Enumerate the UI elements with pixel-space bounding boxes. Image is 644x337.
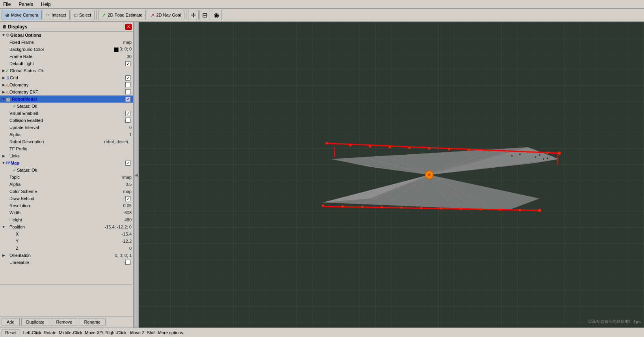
duplicate-button[interactable]: Duplicate	[21, 318, 50, 326]
bottom-buttons: Add Duplicate Remove Rename	[0, 316, 133, 328]
update-interval-row[interactable]: Update Interval 0	[0, 124, 133, 131]
position-x-row[interactable]: X -15.4	[0, 230, 133, 238]
default-light-label: Default Light	[9, 61, 125, 66]
robot-model-row[interactable]: ▼ 🤖 RobotModel	[0, 95, 133, 103]
interact-button[interactable]: ☞ Interact	[43, 10, 70, 20]
global-status-row[interactable]: ▶ ✓ Global Status: Ok	[0, 67, 133, 74]
reset-button[interactable]: Reset	[2, 329, 20, 336]
odometry-ekf-row[interactable]: ▶ △ Odometry EKF	[0, 88, 133, 95]
robot-status-row[interactable]: ✓ Status: Ok	[0, 103, 133, 110]
svg-point-29	[499, 208, 501, 211]
robot-model-arrow: ▼	[2, 97, 6, 101]
odometry-ekf-label: Odometry EKF	[9, 90, 125, 94]
visual-enabled-value	[125, 111, 132, 116]
add-button[interactable]: Add	[2, 318, 20, 326]
map-row[interactable]: ▼ 🗺 Map	[0, 159, 133, 167]
rename-button[interactable]: Rename	[79, 318, 106, 326]
collision-enabled-checkbox[interactable]	[125, 118, 130, 123]
viewport[interactable]: 31 fps CSDN·@奋斗的好青年	[139, 22, 644, 328]
global-options-header[interactable]: ▼ ⚙ Global Options	[0, 32, 133, 39]
rotate-button[interactable]: ◉	[211, 10, 222, 20]
position-y-row[interactable]: Y -12.2	[0, 238, 133, 245]
grid-row[interactable]: ▶ ⊞ Grid	[0, 74, 133, 81]
resolution-label: Resolution	[9, 203, 123, 208]
svg-point-17	[546, 152, 549, 154]
svg-point-51	[551, 154, 552, 155]
draw-behind-checkbox[interactable]	[125, 196, 130, 201]
alpha-map-row[interactable]: Alpha 0.5	[0, 181, 133, 188]
odometry-ekf-checkbox[interactable]	[125, 89, 130, 94]
svg-point-9	[389, 146, 391, 148]
map-status-check-icon: ✓	[13, 168, 16, 173]
svg-point-25	[420, 207, 423, 209]
translate-button[interactable]: ✛	[188, 10, 199, 20]
scale-button[interactable]: ⊟	[199, 10, 210, 20]
grid-checkbox[interactable]	[125, 75, 130, 81]
default-light-checkbox[interactable]	[125, 61, 130, 66]
draw-behind-row[interactable]: Draw Behind	[0, 195, 133, 202]
menu-bar: File Panels Help	[0, 0, 644, 9]
status-message: Left-Click: Rotate. Middle-Click: Move X…	[23, 330, 184, 335]
move-camera-label: Move Camera	[11, 13, 38, 17]
height-label: Height	[9, 217, 125, 222]
left-panel: 🖥 Displays ✕ ▼ ⚙ Global Options Fixed Fr…	[0, 22, 134, 328]
select-button[interactable]: ◻ Select	[71, 10, 95, 20]
displays-tree[interactable]: ▼ ⚙ Global Options Fixed Frame map Backg…	[0, 32, 133, 285]
panel-close-button[interactable]: ✕	[125, 24, 132, 30]
odometry-ekf-arrow: ▶	[2, 90, 6, 94]
visual-enabled-checkbox[interactable]	[125, 111, 130, 116]
alpha-robot-row[interactable]: Alpha 1	[0, 131, 133, 138]
color-scheme-value: map	[123, 189, 132, 194]
map-status-row[interactable]: ✓ Status: Ok	[0, 167, 133, 174]
odometry-label: Odometry	[9, 82, 125, 87]
menu-file[interactable]: File	[2, 2, 12, 7]
tf-prefix-row[interactable]: TF Prefix	[0, 145, 133, 152]
collision-enabled-value	[125, 118, 132, 124]
menu-panels[interactable]: Panels	[17, 2, 35, 7]
odometry-row[interactable]: ▶ △ Odometry	[0, 81, 133, 88]
menu-help[interactable]: Help	[39, 2, 52, 7]
links-row[interactable]: ▶ Links	[0, 152, 133, 159]
robot-model-checkbox[interactable]	[125, 97, 130, 102]
robot-model-icon: 🤖	[6, 97, 11, 102]
alpha-robot-label: Alpha	[9, 132, 129, 137]
background-color-row[interactable]: Background Color 0; 0; 0	[0, 46, 133, 53]
color-scheme-row[interactable]: Color Scheme map	[0, 188, 133, 195]
svg-point-50	[547, 157, 548, 159]
nav-goal-button[interactable]: ↗ 2D Nav Goal	[147, 10, 184, 20]
resolution-row[interactable]: Resolution 0.05	[0, 202, 133, 209]
collision-enabled-row[interactable]: Collision Enabled	[0, 117, 133, 124]
background-color-label: Background Color	[9, 47, 114, 52]
move-camera-button[interactable]: ⊕ Move Camera	[2, 10, 42, 20]
unreliable-row[interactable]: Unreliable	[0, 259, 133, 266]
orientation-label: Orientation	[9, 253, 115, 258]
position-z-value: 0	[129, 246, 132, 251]
unreliable-checkbox[interactable]	[125, 260, 130, 265]
position-z-row[interactable]: Z 0	[0, 245, 133, 252]
orientation-row[interactable]: ▶ Orientation 0; 0; 0; 1	[0, 252, 133, 259]
remove-button[interactable]: Remove	[51, 318, 77, 326]
tf-prefix-label: TF Prefix	[9, 146, 132, 151]
frame-rate-value: 30	[127, 54, 132, 59]
width-row[interactable]: Width 608	[0, 209, 133, 216]
alpha-map-label: Alpha	[9, 182, 126, 187]
toolbar-sep-2	[186, 10, 186, 20]
robot-description-row[interactable]: Robot Description robot_descri...	[0, 138, 133, 145]
default-light-row[interactable]: Default Light	[0, 60, 133, 67]
svg-point-21	[341, 205, 344, 208]
collapse-arrow-icon: ◀	[135, 173, 138, 177]
grid-arrow: ▶	[2, 76, 6, 80]
frame-rate-row[interactable]: Frame Rate 30	[0, 53, 133, 60]
height-row[interactable]: Height 480	[0, 216, 133, 223]
position-row[interactable]: ▼ Position -15.4; -12.2; 0	[0, 223, 133, 230]
visual-enabled-row[interactable]: Visual Enabled	[0, 110, 133, 117]
pose-estimate-button[interactable]: ↗ 2D Pose Estimate	[98, 10, 146, 20]
map-checkbox[interactable]	[125, 161, 130, 166]
panel-collapse-handle[interactable]: ◀	[134, 22, 139, 328]
odometry-checkbox[interactable]	[125, 82, 130, 87]
topic-row[interactable]: Topic /map	[0, 174, 133, 181]
robot-description-value: robot_descri...	[104, 139, 132, 144]
svg-point-6	[326, 142, 328, 144]
fixed-frame-row[interactable]: Fixed Frame map	[0, 39, 133, 46]
width-label: Width	[9, 210, 125, 215]
